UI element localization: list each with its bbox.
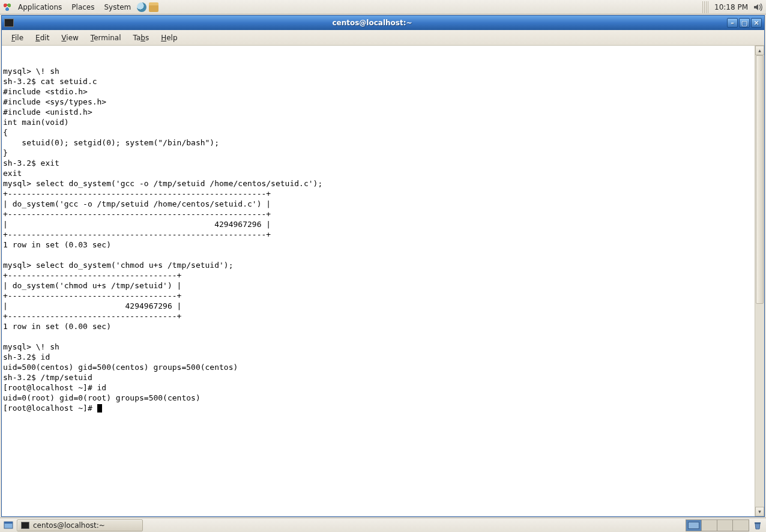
mail-launcher-icon[interactable] bbox=[149, 2, 158, 12]
bottom-panel: centos@localhost:~ bbox=[0, 518, 766, 532]
gnome-foot-icon bbox=[2, 2, 12, 12]
menu-view[interactable]: View bbox=[56, 32, 83, 44]
taskbar-app-icon bbox=[21, 522, 29, 529]
menu-edit[interactable]: Edit bbox=[31, 32, 54, 44]
window-app-icon bbox=[4, 19, 14, 27]
panel-grip-icon bbox=[702, 1, 708, 13]
svg-rect-2 bbox=[755, 522, 761, 524]
app-menubar: File Edit View Terminal Tabs Help bbox=[2, 30, 764, 46]
terminal-output[interactable]: mysql> \! sh sh-3.2$ cat setuid.c #inclu… bbox=[2, 46, 755, 516]
window-title: centos@localhost:~ bbox=[17, 19, 727, 27]
minimize-button[interactable]: – bbox=[727, 18, 738, 28]
menu-places[interactable]: Places bbox=[67, 2, 99, 13]
taskbar-button-terminal[interactable]: centos@localhost:~ bbox=[17, 519, 143, 531]
workspace-switcher[interactable] bbox=[686, 519, 749, 531]
terminal-cursor bbox=[97, 404, 102, 413]
menu-applications[interactable]: Applications bbox=[13, 2, 67, 13]
workspace-3[interactable] bbox=[717, 520, 733, 531]
svg-rect-1 bbox=[4, 522, 13, 524]
taskbar-button-label: centos@localhost:~ bbox=[33, 521, 105, 530]
volume-icon[interactable] bbox=[753, 2, 762, 12]
browser-launcher-icon[interactable] bbox=[137, 2, 146, 12]
scroll-down-button[interactable]: ▾ bbox=[755, 507, 764, 516]
scroll-track[interactable] bbox=[755, 55, 764, 507]
top-panel: Applications Places System 10:18 PM bbox=[0, 0, 766, 14]
menu-terminal[interactable]: Terminal bbox=[86, 32, 126, 44]
menu-system[interactable]: System bbox=[99, 2, 136, 13]
show-desktop-button[interactable] bbox=[2, 520, 14, 531]
titlebar[interactable]: centos@localhost:~ – ▢ ✕ bbox=[2, 16, 764, 30]
close-button[interactable]: ✕ bbox=[751, 18, 762, 28]
scroll-thumb[interactable] bbox=[756, 55, 764, 304]
menu-tabs[interactable]: Tabs bbox=[128, 32, 154, 44]
scrollbar[interactable]: ▴ ▾ bbox=[755, 46, 764, 516]
trash-icon[interactable] bbox=[752, 520, 764, 531]
menu-help[interactable]: Help bbox=[156, 32, 182, 44]
terminal-window: centos@localhost:~ – ▢ ✕ File Edit View … bbox=[1, 15, 765, 517]
maximize-button[interactable]: ▢ bbox=[739, 18, 750, 28]
clock[interactable]: 10:18 PM bbox=[711, 3, 752, 11]
menu-file[interactable]: File bbox=[7, 32, 28, 44]
workspace-4[interactable] bbox=[733, 520, 749, 531]
scroll-up-button[interactable]: ▴ bbox=[755, 46, 764, 55]
workspace-2[interactable] bbox=[702, 520, 717, 531]
workspace-1[interactable] bbox=[686, 520, 702, 531]
